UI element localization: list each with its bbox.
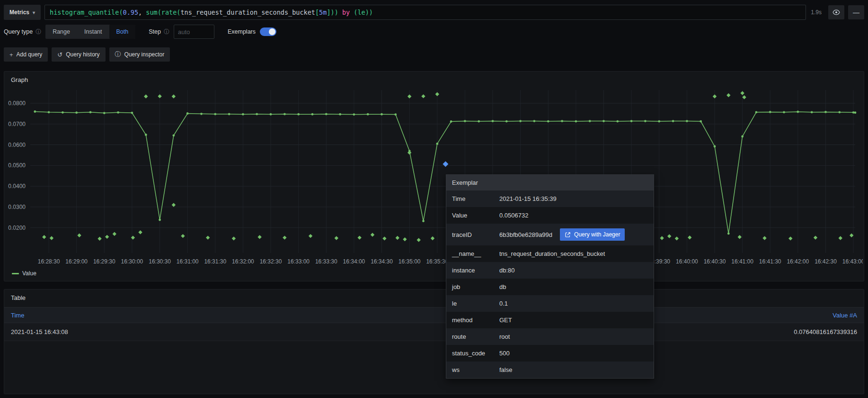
exemplar-marker[interactable] <box>762 236 766 240</box>
data-point[interactable] <box>589 120 591 122</box>
exemplar-marker[interactable] <box>97 237 101 241</box>
exemplar-marker[interactable] <box>113 232 116 236</box>
query-inspector-button[interactable]: ⓘ Query inspector <box>109 47 170 62</box>
exemplar-marker[interactable] <box>788 236 792 240</box>
data-point[interactable] <box>854 111 857 114</box>
exemplar-marker[interactable] <box>421 94 425 98</box>
data-point[interactable] <box>256 113 258 115</box>
data-point[interactable] <box>505 120 508 123</box>
data-point[interactable] <box>339 113 341 116</box>
exemplar-marker[interactable] <box>77 234 81 237</box>
data-point[interactable] <box>561 120 563 122</box>
exemplar-marker[interactable] <box>688 235 691 239</box>
exemplar-marker[interactable] <box>158 94 161 98</box>
data-point[interactable] <box>755 111 758 113</box>
exemplar-marker[interactable] <box>713 94 717 98</box>
data-point[interactable] <box>186 112 189 115</box>
data-point[interactable] <box>547 120 549 123</box>
data-point[interactable] <box>686 120 688 122</box>
data-point[interactable] <box>394 113 397 116</box>
legend-label-value[interactable]: Value <box>22 270 36 277</box>
exemplar-marker[interactable] <box>667 234 671 238</box>
graph-canvas[interactable]: 16:28:3016:29:0016:29:3016:30:0016:30:30… <box>4 86 863 269</box>
exemplar-marker[interactable] <box>396 236 399 240</box>
exemplar-marker[interactable] <box>335 236 338 240</box>
data-point[interactable] <box>200 113 203 115</box>
data-point[interactable] <box>714 145 716 148</box>
data-point[interactable] <box>228 113 230 115</box>
exemplar-marker[interactable] <box>50 236 53 240</box>
exemplars-toggle[interactable] <box>260 27 276 36</box>
exemplar-marker-highlighted[interactable] <box>443 161 448 167</box>
data-point[interactable] <box>492 120 494 122</box>
data-point[interactable] <box>450 120 452 123</box>
data-point[interactable] <box>173 134 175 136</box>
data-point[interactable] <box>519 120 522 122</box>
exemplar-marker[interactable] <box>850 234 853 237</box>
exemplar-marker[interactable] <box>144 94 148 98</box>
data-point[interactable] <box>34 110 36 113</box>
exemplar-marker[interactable] <box>309 234 312 238</box>
data-point[interactable] <box>811 111 813 113</box>
data-point[interactable] <box>464 120 466 122</box>
table-column-header-time[interactable]: Time <box>4 312 833 319</box>
exemplar-marker[interactable] <box>172 203 176 207</box>
data-point[interactable] <box>797 111 799 113</box>
data-point[interactable] <box>422 220 425 222</box>
data-point[interactable] <box>117 111 119 114</box>
data-point[interactable] <box>89 111 92 113</box>
exemplar-marker[interactable] <box>814 235 817 239</box>
exemplar-marker[interactable] <box>131 235 135 239</box>
data-point[interactable] <box>741 136 744 138</box>
data-point[interactable] <box>644 120 647 122</box>
exemplar-marker[interactable] <box>105 235 109 239</box>
exemplar-marker[interactable] <box>660 236 664 240</box>
data-point[interactable] <box>824 111 827 113</box>
data-point[interactable] <box>727 233 730 235</box>
exemplar-marker[interactable] <box>382 236 386 240</box>
data-point[interactable] <box>533 120 536 122</box>
data-point[interactable] <box>353 113 355 116</box>
exemplar-marker[interactable] <box>371 233 374 236</box>
exemplar-marker[interactable] <box>403 237 407 241</box>
data-point[interactable] <box>75 111 78 114</box>
data-point[interactable] <box>672 120 674 122</box>
exemplar-marker[interactable] <box>181 234 185 238</box>
step-input[interactable] <box>174 25 214 39</box>
query-type-option-range[interactable]: Range <box>45 25 77 39</box>
data-point[interactable] <box>283 113 286 115</box>
data-point[interactable] <box>131 112 133 114</box>
data-point[interactable] <box>838 111 841 113</box>
exemplar-marker[interactable] <box>416 238 420 242</box>
query-history-button[interactable]: ↺ Query history <box>52 47 105 62</box>
query-with-jaeger-button[interactable]: Query with Jaeger <box>560 228 625 241</box>
exemplar-marker[interactable] <box>172 94 176 98</box>
data-point[interactable] <box>575 120 577 123</box>
exemplar-marker[interactable] <box>738 235 742 239</box>
data-point[interactable] <box>48 111 50 113</box>
exemplar-marker[interactable] <box>726 93 730 97</box>
data-point[interactable] <box>367 113 369 116</box>
data-point[interactable] <box>214 113 216 115</box>
exemplar-marker[interactable] <box>232 236 236 240</box>
exemplar-marker[interactable] <box>42 235 46 239</box>
exemplar-marker[interactable] <box>407 151 411 154</box>
exemplar-marker[interactable] <box>839 236 842 240</box>
exemplar-marker[interactable] <box>206 235 210 239</box>
data-point[interactable] <box>159 219 161 221</box>
query-type-option-both[interactable]: Both <box>109 25 136 39</box>
exemplar-marker[interactable] <box>407 94 411 98</box>
metrics-dropdown[interactable]: Metrics ▾ <box>4 5 41 20</box>
info-icon[interactable]: ⓘ <box>164 28 169 36</box>
preview-query-button[interactable] <box>828 5 844 19</box>
data-point[interactable] <box>242 113 244 116</box>
data-point[interactable] <box>783 111 785 113</box>
data-point[interactable] <box>478 120 480 123</box>
exemplar-marker[interactable] <box>283 235 286 239</box>
data-point[interactable] <box>602 120 605 122</box>
remove-query-button[interactable]: — <box>848 5 864 19</box>
data-point[interactable] <box>769 111 771 113</box>
data-point[interactable] <box>658 120 660 123</box>
data-point[interactable] <box>700 120 702 123</box>
data-point[interactable] <box>62 111 64 114</box>
